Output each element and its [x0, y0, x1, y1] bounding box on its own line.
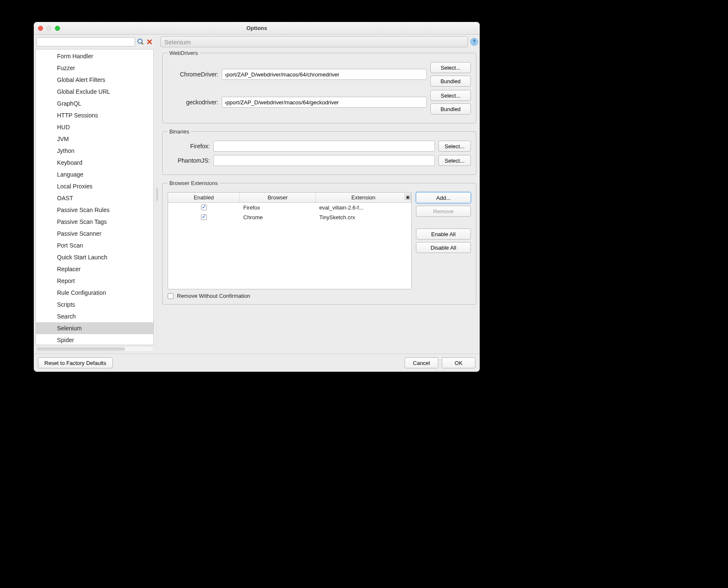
extensions-group: Browser Extensions Enabled Browser Exten…	[162, 180, 476, 305]
options-tree[interactable]: Form HandlerFuzzerGlobal Alert FiltersGl…	[35, 49, 154, 345]
extension-browser: Chrome	[240, 213, 316, 221]
sidebar: Form HandlerFuzzerGlobal Alert FiltersGl…	[35, 36, 154, 352]
window-title: Options	[34, 25, 480, 31]
options-window: Options Form HandlerFuzzerGlobal Alert F…	[34, 22, 480, 372]
disable-all-button[interactable]: Disable All	[416, 242, 471, 253]
sidebar-item-rule-configuration[interactable]: Rule Configuration	[36, 287, 153, 299]
table-config-icon[interactable]: ▣	[405, 194, 410, 200]
sidebar-item-jvm[interactable]: JVM	[36, 133, 153, 145]
sidebar-item-passive-scan-tags[interactable]: Passive Scan Tags	[36, 216, 153, 228]
geckodriver-input[interactable]	[222, 97, 427, 108]
sidebar-item-keyboard[interactable]: Keyboard	[36, 157, 153, 169]
cancel-button[interactable]: Cancel	[405, 357, 438, 368]
search-input[interactable]	[36, 37, 135, 46]
sidebar-item-quick-start-launch[interactable]: Quick Start Launch	[36, 251, 153, 263]
remove-without-confirm-checkbox[interactable]	[168, 293, 174, 299]
chromedriver-bundled-button[interactable]: Bundled	[430, 76, 471, 87]
sidebar-item-oast[interactable]: OAST	[36, 192, 153, 204]
svg-line-1	[142, 43, 144, 45]
firefox-input[interactable]	[213, 141, 435, 152]
panel-title: Selenium	[160, 36, 468, 47]
extension-browser: Firefox	[240, 204, 316, 212]
sidebar-item-local-proxies[interactable]: Local Proxies	[36, 180, 153, 192]
extension-enabled-checkbox[interactable]	[201, 204, 207, 210]
webdrivers-legend: WebDrivers	[168, 50, 200, 56]
remove-extension-button[interactable]: Remove	[416, 206, 471, 217]
sidebar-item-port-scan[interactable]: Port Scan	[36, 240, 153, 251]
sidebar-item-selenium[interactable]: Selenium	[36, 322, 153, 334]
col-browser[interactable]: Browser	[240, 193, 316, 202]
col-enabled[interactable]: Enabled	[168, 193, 240, 202]
sidebar-item-passive-scan-rules[interactable]: Passive Scan Rules	[36, 204, 153, 216]
sidebar-item-replacer[interactable]: Replacer	[36, 263, 153, 275]
geckodriver-label: geckodriver:	[168, 99, 218, 106]
sidebar-item-language[interactable]: Language	[36, 169, 153, 180]
sidebar-scrollbar[interactable]	[35, 346, 154, 352]
sidebar-item-graphql[interactable]: GraphQL	[36, 98, 153, 109]
sidebar-item-jython[interactable]: Jython	[36, 145, 153, 157]
firefox-select-button[interactable]: Select...	[438, 141, 471, 152]
reset-defaults-button[interactable]: Reset to Factory Defaults	[38, 357, 113, 368]
split-handle[interactable]	[155, 36, 159, 352]
titlebar: Options	[34, 22, 480, 35]
col-extension[interactable]: Extension	[316, 193, 411, 202]
phantomjs-input[interactable]	[213, 155, 435, 166]
sidebar-item-report[interactable]: Report	[36, 275, 153, 287]
extensions-table[interactable]: Enabled Browser Extension ▣ Firefoxeval_…	[168, 192, 412, 289]
search-icon[interactable]	[137, 38, 144, 46]
extension-enabled-checkbox[interactable]	[201, 214, 207, 220]
help-icon[interactable]: ?	[470, 38, 478, 46]
chromedriver-label: ChromeDriver:	[168, 71, 218, 78]
sidebar-item-scripts[interactable]: Scripts	[36, 299, 153, 310]
sidebar-item-form-handler[interactable]: Form Handler	[36, 50, 153, 62]
remove-without-confirm-label: Remove Without Confirmation	[177, 293, 250, 299]
sidebar-item-spider[interactable]: Spider	[36, 334, 153, 345]
table-row[interactable]: ChromeTinySketch.crx	[168, 212, 411, 222]
svg-point-0	[138, 39, 142, 44]
sidebar-item-http-sessions[interactable]: HTTP Sessions	[36, 109, 153, 121]
sidebar-item-fuzzer[interactable]: Fuzzer	[36, 62, 153, 74]
webdrivers-group: WebDrivers ChromeDriver: Select... Bundl…	[162, 50, 476, 123]
add-extension-button[interactable]: Add...	[416, 192, 471, 203]
clear-search-icon[interactable]	[146, 38, 153, 45]
extensions-legend: Browser Extensions	[168, 180, 220, 186]
sidebar-item-hud[interactable]: HUD	[36, 121, 153, 133]
binaries-legend: Binaries	[168, 128, 191, 135]
sidebar-item-search[interactable]: Search	[36, 310, 153, 322]
phantomjs-label: PhantomJS:	[168, 157, 210, 164]
footer: Reset to Factory Defaults Cancel OK	[34, 354, 480, 372]
enable-all-button[interactable]: Enable All	[416, 229, 471, 240]
ok-button[interactable]: OK	[442, 357, 475, 368]
geckodriver-select-button[interactable]: Select...	[430, 90, 471, 101]
extension-name: TinySketch.crx	[316, 213, 411, 221]
sidebar-item-passive-scanner[interactable]: Passive Scanner	[36, 228, 153, 240]
sidebar-item-global-alert-filters[interactable]: Global Alert Filters	[36, 74, 153, 86]
binaries-group: Binaries Firefox: Select... PhantomJS: S…	[162, 128, 476, 175]
firefox-label: Firefox:	[168, 143, 210, 150]
main-panel: Selenium ? WebDrivers ChromeDriver: Sele…	[160, 36, 478, 352]
chromedriver-input[interactable]	[222, 69, 427, 80]
chromedriver-select-button[interactable]: Select...	[430, 62, 471, 73]
phantomjs-select-button[interactable]: Select...	[438, 155, 471, 166]
sidebar-item-global-exclude-url[interactable]: Global Exclude URL	[36, 86, 153, 98]
table-row[interactable]: Firefoxeval_villain-2.6-f...	[168, 203, 411, 212]
geckodriver-bundled-button[interactable]: Bundled	[430, 103, 471, 114]
extension-name: eval_villain-2.6-f...	[316, 204, 411, 212]
